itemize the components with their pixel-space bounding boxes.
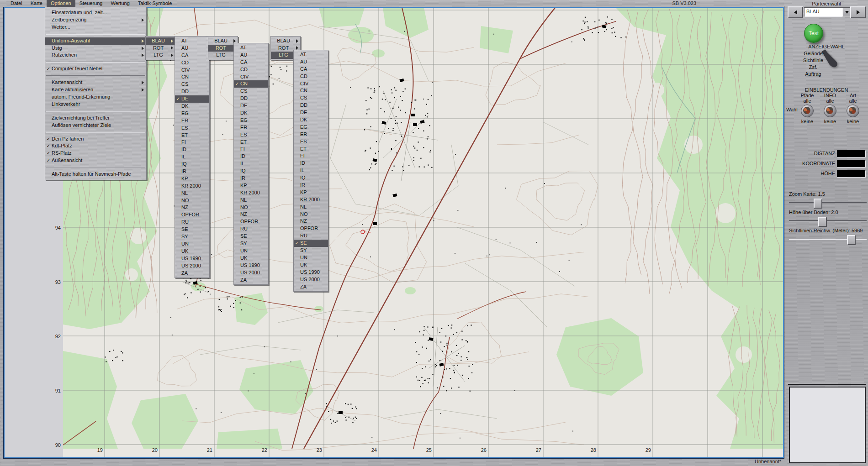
country-item[interactable]: RU — [294, 232, 328, 240]
country-item[interactable]: NO — [175, 197, 209, 204]
country-item[interactable]: RU — [175, 219, 209, 226]
country-item[interactable]: NL — [294, 204, 328, 211]
menu-item[interactable]: ✓Kdt-Platz — [45, 142, 146, 150]
country-item[interactable]: IR — [175, 168, 209, 175]
country-item[interactable]: US 1990 — [294, 269, 328, 276]
country-item[interactable]: CA — [175, 52, 209, 59]
country-item[interactable]: CD — [234, 66, 268, 73]
einblendung-knob[interactable] — [801, 105, 814, 117]
country-item[interactable]: NL — [175, 190, 209, 197]
country-item[interactable]: ✓SE — [294, 240, 328, 247]
country-item[interactable]: FI — [294, 152, 328, 160]
einblendung-knob[interactable] — [824, 105, 836, 117]
slider-thumb[interactable] — [814, 199, 822, 209]
country-item[interactable]: SY — [234, 240, 268, 247]
anzeige-item-auftrag[interactable]: Auftrag — [787, 71, 840, 78]
country-item[interactable]: CS — [175, 81, 209, 88]
country-item[interactable]: NL — [234, 197, 268, 204]
country-item[interactable]: UN — [294, 254, 328, 262]
slider-track[interactable] — [789, 220, 867, 221]
menubar-item-steuerung[interactable]: Steuerung — [75, 0, 107, 7]
country-item[interactable]: DE — [234, 102, 268, 110]
country-item[interactable]: ID — [294, 160, 328, 167]
menu-item[interactable]: Linksverkehr — [45, 101, 146, 108]
country-item[interactable]: KR 2000 — [294, 196, 328, 204]
country-item[interactable]: NZ — [175, 204, 209, 211]
country-item[interactable]: KP — [294, 189, 328, 196]
country-item[interactable]: IL — [175, 153, 209, 161]
faction-item-rot[interactable]: ROT — [146, 45, 175, 52]
country-item[interactable]: DK — [175, 103, 209, 110]
country-item[interactable]: DE — [294, 109, 328, 116]
country-item[interactable]: ES — [294, 138, 328, 146]
country-item[interactable]: IL — [294, 167, 328, 174]
country-item[interactable]: KR 2000 — [234, 189, 268, 197]
slider-thumb[interactable] — [847, 235, 856, 245]
country-item[interactable]: US 1990 — [234, 262, 268, 269]
country-item[interactable]: IQ — [175, 161, 209, 168]
faction-item-blau[interactable]: BLAU — [271, 37, 300, 45]
faction-item-ltg[interactable]: LTG — [146, 52, 175, 59]
country-item[interactable]: SY — [294, 247, 328, 254]
einblendung-knob[interactable] — [847, 105, 859, 117]
country-item[interactable]: SY — [175, 233, 209, 241]
country-item[interactable]: KR 2000 — [175, 183, 209, 190]
menu-item[interactable]: Auflösen vernichteter Ziele — [45, 122, 146, 129]
menubar-item-datei[interactable]: Datei — [6, 0, 26, 7]
country-item[interactable]: UK — [234, 255, 268, 262]
country-item[interactable]: FI — [234, 146, 268, 153]
menubar-item-taktiksymbole[interactable]: Taktik-Symbole — [134, 0, 176, 7]
country-item[interactable]: UK — [175, 248, 209, 255]
country-item[interactable]: CD — [294, 73, 328, 80]
menu-item[interactable]: Ustg — [45, 45, 146, 52]
map-canvas[interactable]: 1920212223242526272829 — [63, 8, 783, 457]
country-item[interactable]: UN — [234, 247, 268, 255]
menubar-item-wertung[interactable]: Wertung — [106, 0, 133, 7]
menu-item[interactable]: ✓Computer feuert Nebel — [45, 65, 146, 73]
menu-item[interactable]: Zeitbegrenzung — [45, 16, 146, 24]
country-item[interactable]: IQ — [234, 168, 268, 175]
country-item[interactable]: UN — [175, 241, 209, 248]
country-item[interactable]: RU — [234, 225, 268, 233]
faction-item-blau[interactable]: BLAU — [146, 37, 175, 45]
menu-item[interactable]: Rufzeichen — [45, 52, 146, 59]
country-item[interactable]: EG — [234, 117, 268, 124]
country-item[interactable]: ZA — [234, 277, 268, 284]
country-item[interactable]: US 2000 — [175, 262, 209, 270]
country-item[interactable]: ✓DE — [175, 95, 209, 103]
country-item[interactable]: ES — [175, 125, 209, 132]
country-item[interactable]: IR — [234, 175, 268, 182]
country-item[interactable]: ✓CN — [234, 80, 268, 88]
country-item[interactable]: ZA — [294, 283, 328, 291]
country-item[interactable]: DD — [294, 102, 328, 109]
country-item[interactable]: NZ — [294, 218, 328, 225]
menu-item[interactable]: Alt-Taste halten für Navmesh-Pfade — [45, 171, 146, 178]
country-item[interactable]: US 2000 — [234, 269, 268, 277]
country-item[interactable]: ER — [234, 124, 268, 131]
country-item[interactable]: SE — [234, 233, 268, 240]
country-item[interactable]: CA — [234, 59, 268, 66]
country-item[interactable]: DD — [234, 95, 268, 102]
country-item[interactable]: AU — [294, 58, 328, 66]
country-item[interactable]: CS — [234, 88, 268, 95]
country-item[interactable]: OPFOR — [234, 218, 268, 225]
country-item[interactable]: NO — [234, 204, 268, 211]
country-item[interactable]: CIV — [175, 67, 209, 74]
country-item[interactable]: CN — [294, 87, 328, 94]
country-item[interactable]: NZ — [234, 211, 268, 218]
country-item[interactable]: ER — [294, 131, 328, 138]
party-prev-button[interactable] — [788, 6, 803, 18]
slider-thumb[interactable] — [818, 217, 827, 227]
country-item[interactable]: FI — [175, 139, 209, 146]
menu-item[interactable]: Karte aktualisieren — [45, 86, 146, 94]
country-item[interactable]: ET — [294, 146, 328, 153]
country-item[interactable]: ZA — [175, 270, 209, 277]
country-item[interactable]: CIV — [234, 73, 268, 81]
menu-item[interactable]: autom. Freund-Erkennung — [45, 94, 146, 101]
menu-item[interactable]: Einsatzdatum und -zeit... — [45, 9, 146, 16]
country-item[interactable]: DD — [175, 88, 209, 95]
country-item[interactable]: US 2000 — [294, 276, 328, 283]
country-item[interactable]: NO — [294, 211, 328, 218]
country-item[interactable]: US 1990 — [175, 255, 209, 262]
country-item[interactable]: KP — [234, 182, 268, 189]
